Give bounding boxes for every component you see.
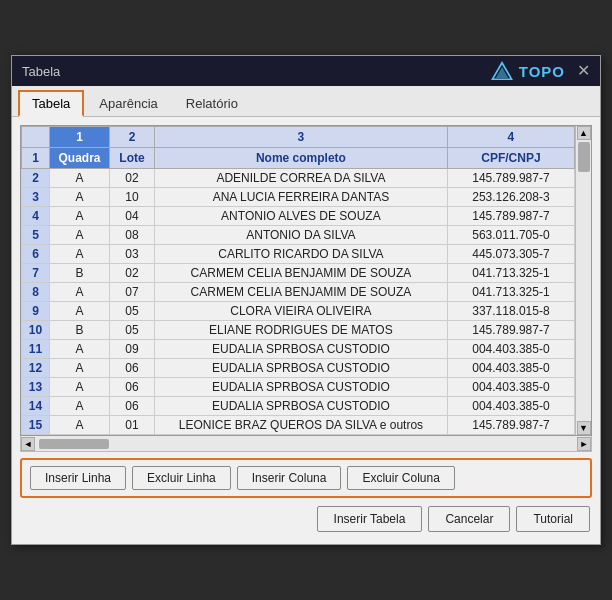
- cell-lote: 10: [110, 188, 155, 207]
- tab-aparencia[interactable]: Aparência: [86, 91, 171, 115]
- cell-lote: 03: [110, 245, 155, 264]
- table-row: 11 A 09 EUDALIA SPRBOSA CUSTODIO 004.403…: [22, 340, 575, 359]
- table-row: 4 A 04 ANTONIO ALVES DE SOUZA 145.789.98…: [22, 207, 575, 226]
- cell-quadra: A: [50, 302, 110, 321]
- cell-nome: EUDALIA SPRBOSA CUSTODIO: [155, 378, 448, 397]
- table-scroll[interactable]: 1 2 3 4 1 Quadra Lote Nome completo CPF/…: [21, 126, 575, 435]
- subrow-cpf: CPF/CNPJ: [447, 148, 574, 169]
- cell-nome: ADENILDE CORREA DA SILVA: [155, 169, 448, 188]
- main-window: Tabela TOPO ✕ Tabela Aparência Relatório: [11, 55, 601, 545]
- cell-quadra: A: [50, 188, 110, 207]
- cell-cpf: 337.118.015-8: [447, 302, 574, 321]
- cell-quadra: A: [50, 378, 110, 397]
- window-title: Tabela: [22, 64, 60, 79]
- cell-lote: 01: [110, 416, 155, 435]
- cell-lote: 04: [110, 207, 155, 226]
- content-area: 1 2 3 4 1 Quadra Lote Nome completo CPF/…: [12, 117, 600, 544]
- tab-relatorio[interactable]: Relatório: [173, 91, 251, 115]
- cell-quadra: A: [50, 169, 110, 188]
- cell-cpf: 563.011.705-0: [447, 226, 574, 245]
- cell-lote: 07: [110, 283, 155, 302]
- cell-nome: CARMEM CELIA BENJAMIM DE SOUZA: [155, 264, 448, 283]
- horizontal-scrollbar-row: ◄ ►: [20, 436, 592, 452]
- cell-nome: ELIANE RODRIGUES DE MATOS: [155, 321, 448, 340]
- titlebar: Tabela TOPO ✕: [12, 56, 600, 86]
- brand-name: TOPO: [519, 63, 565, 80]
- cell-nome: EUDALIA SPRBOSA CUSTODIO: [155, 359, 448, 378]
- cell-cpf: 145.789.987-7: [447, 169, 574, 188]
- table-row: 15 A 01 LEONICE BRAZ QUEROS DA SILVA e o…: [22, 416, 575, 435]
- delete-row-button[interactable]: Excluir Linha: [132, 466, 231, 490]
- insert-row-button[interactable]: Inserir Linha: [30, 466, 126, 490]
- cell-quadra: A: [50, 359, 110, 378]
- col-header-2: 2: [110, 127, 155, 148]
- cell-cpf: 041.713.325-1: [447, 283, 574, 302]
- col-header-1: 1: [50, 127, 110, 148]
- cell-cpf: 253.126.208-3: [447, 188, 574, 207]
- close-button[interactable]: ✕: [577, 63, 590, 79]
- cell-quadra: A: [50, 226, 110, 245]
- cell-cpf: 145.789.987-7: [447, 321, 574, 340]
- table-outer: 1 2 3 4 1 Quadra Lote Nome completo CPF/…: [20, 125, 592, 436]
- bottom-buttons-row: Inserir Tabela Cancelar Tutorial: [20, 498, 592, 536]
- cell-nome: ANTONIO DA SILVA: [155, 226, 448, 245]
- row-number: 3: [22, 188, 50, 207]
- cell-quadra: A: [50, 207, 110, 226]
- table-row: 13 A 06 EUDALIA SPRBOSA CUSTODIO 004.403…: [22, 378, 575, 397]
- subrow-nome: Nome completo: [155, 148, 448, 169]
- cell-quadra: B: [50, 264, 110, 283]
- scroll-up-arrow[interactable]: ▲: [577, 126, 591, 140]
- row-header-0: 1: [22, 148, 50, 169]
- row-number: 10: [22, 321, 50, 340]
- cell-quadra: A: [50, 283, 110, 302]
- row-number: 15: [22, 416, 50, 435]
- scroll-left-arrow[interactable]: ◄: [21, 437, 35, 451]
- table-row: 6 A 03 CARLITO RICARDO DA SILVA 445.073.…: [22, 245, 575, 264]
- table-row: 9 A 05 CLORA VIEIRA OLIVEIRA 337.118.015…: [22, 302, 575, 321]
- row-number: 9: [22, 302, 50, 321]
- col-header-4: 4: [447, 127, 574, 148]
- scroll-down-arrow[interactable]: ▼: [577, 421, 591, 435]
- cell-quadra: A: [50, 416, 110, 435]
- cell-cpf: 004.403.385-0: [447, 359, 574, 378]
- h-scrollbar-thumb[interactable]: [39, 439, 109, 449]
- row-number: 6: [22, 245, 50, 264]
- scroll-right-arrow[interactable]: ►: [577, 437, 591, 451]
- cell-cpf: 004.403.385-0: [447, 397, 574, 416]
- cell-cpf: 145.789.987-7: [447, 207, 574, 226]
- insert-table-button[interactable]: Inserir Tabela: [317, 506, 423, 532]
- row-number: 12: [22, 359, 50, 378]
- cell-nome: CLORA VIEIRA OLIVEIRA: [155, 302, 448, 321]
- brand: TOPO: [491, 60, 565, 82]
- cell-nome: LEONICE BRAZ QUEROS DA SILVA e outros: [155, 416, 448, 435]
- tab-tabela[interactable]: Tabela: [18, 90, 84, 117]
- table-row: 14 A 06 EUDALIA SPRBOSA CUSTODIO 004.403…: [22, 397, 575, 416]
- row-number: 14: [22, 397, 50, 416]
- cell-lote: 02: [110, 169, 155, 188]
- cell-nome: CARMEM CELIA BENJAMIM DE SOUZA: [155, 283, 448, 302]
- cell-lote: 08: [110, 226, 155, 245]
- table-row: 5 A 08 ANTONIO DA SILVA 563.011.705-0: [22, 226, 575, 245]
- action-buttons-group: Inserir Linha Excluir Linha Inserir Colu…: [20, 458, 592, 498]
- titlebar-right: TOPO ✕: [491, 60, 590, 82]
- cell-cpf: 004.403.385-0: [447, 340, 574, 359]
- table-row: 12 A 06 EUDALIA SPRBOSA CUSTODIO 004.403…: [22, 359, 575, 378]
- col-header-0: [22, 127, 50, 148]
- tutorial-button[interactable]: Tutorial: [516, 506, 590, 532]
- scroll-thumb[interactable]: [578, 142, 590, 172]
- vertical-scrollbar[interactable]: ▲ ▼: [575, 126, 591, 435]
- topo-logo-icon: [491, 60, 513, 82]
- data-table: 1 2 3 4 1 Quadra Lote Nome completo CPF/…: [21, 126, 575, 435]
- insert-col-button[interactable]: Inserir Coluna: [237, 466, 342, 490]
- scroll-track: [576, 140, 591, 421]
- row-number: 4: [22, 207, 50, 226]
- row-number: 11: [22, 340, 50, 359]
- table-row: 7 B 02 CARMEM CELIA BENJAMIM DE SOUZA 04…: [22, 264, 575, 283]
- cell-nome: EUDALIA SPRBOSA CUSTODIO: [155, 340, 448, 359]
- cancel-button[interactable]: Cancelar: [428, 506, 510, 532]
- cell-nome: ANA LUCIA FERREIRA DANTAS: [155, 188, 448, 207]
- delete-col-button[interactable]: Excluir Coluna: [347, 466, 454, 490]
- row-number: 8: [22, 283, 50, 302]
- table-row: 10 B 05 ELIANE RODRIGUES DE MATOS 145.78…: [22, 321, 575, 340]
- cell-cpf: 004.403.385-0: [447, 378, 574, 397]
